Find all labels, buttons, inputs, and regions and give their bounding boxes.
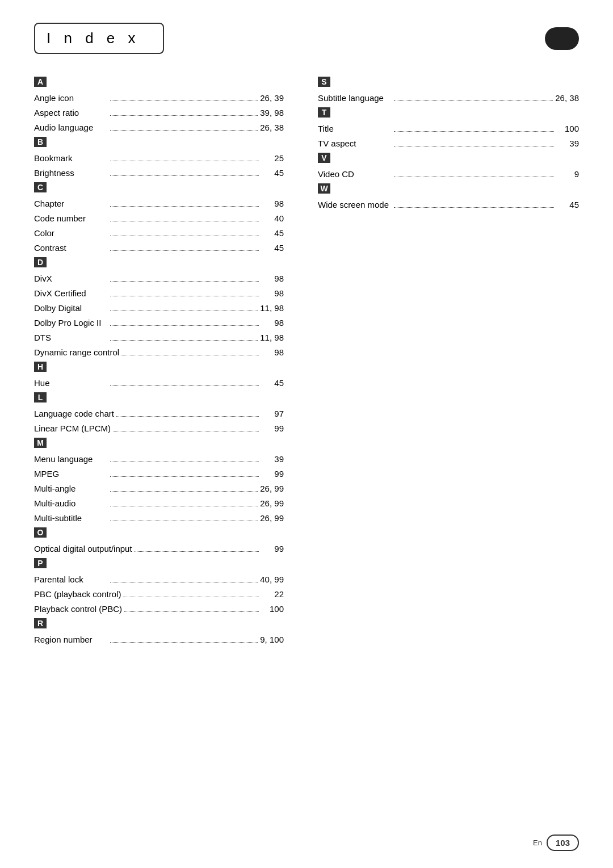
entry-name: Multi-subtitle — [34, 511, 108, 525]
index-entry: Brightness45 — [34, 166, 284, 180]
index-entry: Contrast45 — [34, 241, 284, 255]
entry-name: Aspect ratio — [34, 106, 108, 120]
entry-dots — [110, 130, 258, 131]
entry-page: 97 — [261, 407, 284, 421]
entry-page: 26, 39 — [260, 91, 284, 105]
index-entry: TV aspect39 — [318, 137, 579, 150]
index-entry: Dynamic range control98 — [34, 346, 284, 359]
entry-dots — [110, 296, 259, 296]
title-tab-decoration — [545, 27, 579, 50]
entry-dots — [394, 100, 553, 101]
entry-page: 26, 99 — [260, 482, 284, 496]
entry-dots — [110, 206, 259, 207]
entry-dots — [394, 177, 554, 177]
index-entry: Color45 — [34, 227, 284, 240]
entry-page: 45 — [261, 376, 284, 390]
section-w: WWide screen mode45 — [318, 183, 579, 212]
footer-lang: En — [533, 838, 542, 847]
index-entry: Hue45 — [34, 376, 284, 390]
index-entry: DivX Certified98 — [34, 287, 284, 300]
entry-name: Menu language — [34, 452, 108, 466]
entry-page: 26, 38 — [555, 91, 579, 105]
entry-page: 39 — [556, 137, 579, 150]
entry-page: 98 — [261, 197, 284, 211]
section-letter-d: D — [34, 257, 47, 267]
entry-name: Hue — [34, 376, 108, 390]
entry-name: MPEG — [34, 467, 108, 481]
index-entry: Subtitle language26, 38 — [318, 91, 579, 105]
index-entry: Wide screen mode45 — [318, 198, 579, 212]
section-v: VVideo CD9 — [318, 153, 579, 181]
entry-page: 39 — [261, 452, 284, 466]
section-letter-l: L — [34, 392, 47, 402]
section-letter-m: M — [34, 438, 47, 448]
left-column: AAngle icon26, 39Aspect ratio39, 98Audio… — [34, 77, 306, 649]
entry-name: Subtitle language — [318, 91, 392, 105]
entry-dots — [110, 521, 258, 521]
entry-name: Wide screen mode — [318, 198, 392, 212]
entry-name: DivX Certified — [34, 287, 108, 300]
entry-page: 98 — [261, 346, 284, 359]
entry-name: Angle icon — [34, 91, 108, 105]
section-letter-t: T — [318, 107, 330, 118]
index-entry: Title100 — [318, 122, 579, 136]
index-entry: Video CD9 — [318, 167, 579, 181]
entry-dots — [110, 281, 259, 282]
section-m: MMenu language39MPEG99Multi-angle26, 99M… — [34, 438, 284, 525]
index-entry: Linear PCM (LPCM)99 — [34, 422, 284, 435]
index-entry: Audio language26, 38 — [34, 121, 284, 135]
entry-page: 26, 99 — [260, 511, 284, 525]
entry-page: 39, 98 — [260, 106, 284, 120]
section-letter-a: A — [34, 77, 47, 87]
entry-page: 98 — [261, 272, 284, 286]
footer-page-number: 103 — [547, 835, 579, 851]
entry-page: 11, 98 — [260, 301, 284, 315]
entry-page: 40, 99 — [260, 573, 284, 586]
entry-name: Bookmark — [34, 152, 108, 165]
entry-dots — [110, 175, 259, 176]
entry-name: Parental lock — [34, 573, 108, 586]
section-letter-s: S — [318, 77, 330, 87]
index-columns: AAngle icon26, 39Aspect ratio39, 98Audio… — [34, 77, 579, 649]
page-title: I n d e x — [34, 23, 164, 54]
entry-page: 98 — [261, 287, 284, 300]
entry-dots — [110, 325, 259, 326]
entry-dots — [110, 340, 258, 341]
entry-dots — [110, 506, 258, 506]
entry-page: 11, 98 — [260, 331, 284, 345]
entry-dots — [110, 462, 259, 462]
entry-name: Playback control (PBC) — [34, 602, 122, 616]
index-entry: Chapter98 — [34, 197, 284, 211]
entry-page: 98 — [261, 316, 284, 330]
index-entry: DivX98 — [34, 272, 284, 286]
right-column: SSubtitle language26, 38TTitle100TV aspe… — [306, 77, 579, 649]
section-letter-p: P — [34, 558, 47, 568]
section-letter-w: W — [318, 183, 330, 194]
entry-name: Chapter — [34, 197, 108, 211]
entry-page: 45 — [261, 166, 284, 180]
index-entry: Code number40 — [34, 212, 284, 225]
title-bar: I n d e x — [34, 23, 579, 54]
index-entry: Optical digital output/input99 — [34, 542, 284, 556]
entry-name: Linear PCM (LPCM) — [34, 422, 111, 435]
index-entry: Multi-audio26, 99 — [34, 497, 284, 510]
section-t: TTitle100TV aspect39 — [318, 107, 579, 150]
section-letter-h: H — [34, 362, 47, 372]
entry-name: Video CD — [318, 167, 392, 181]
entry-dots — [110, 100, 258, 101]
index-entry: Multi-subtitle26, 99 — [34, 511, 284, 525]
entry-name: Brightness — [34, 166, 108, 180]
index-entry: Menu language39 — [34, 452, 284, 466]
page: I n d e x AAngle icon26, 39Aspect ratio3… — [0, 0, 613, 868]
entry-page: 99 — [261, 542, 284, 556]
entry-name: Audio language — [34, 121, 108, 135]
entry-dots — [110, 115, 258, 116]
entry-name: Title — [318, 122, 392, 136]
entry-dots — [113, 431, 259, 431]
section-l: LLanguage code chart97Linear PCM (LPCM)9… — [34, 392, 284, 435]
entry-page: 22 — [261, 588, 284, 601]
section-c: CChapter98Code number40Color45Contrast45 — [34, 182, 284, 255]
entry-dots — [394, 131, 554, 132]
entry-page: 45 — [261, 227, 284, 240]
entry-name: DTS — [34, 331, 108, 345]
